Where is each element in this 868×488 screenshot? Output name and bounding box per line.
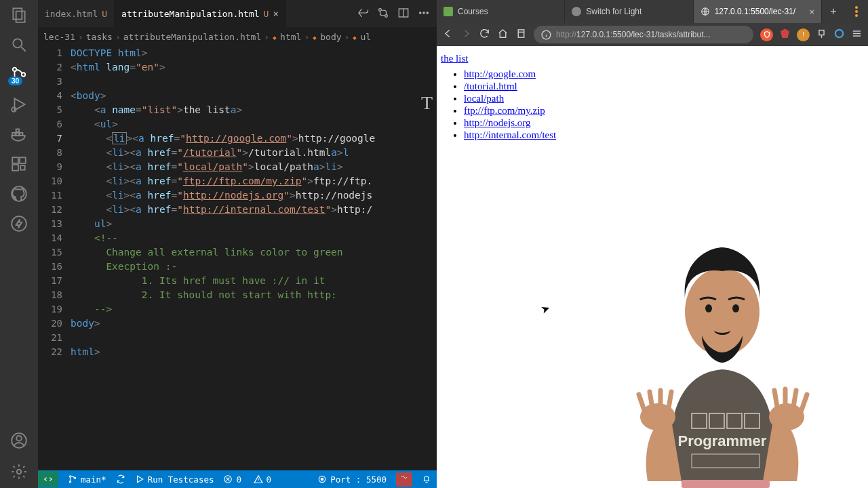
bookmark-icon[interactable] bbox=[515, 28, 527, 42]
extensions-icon[interactable] bbox=[9, 155, 28, 174]
page-link[interactable]: http://google.com bbox=[464, 68, 536, 79]
shield-icon[interactable] bbox=[760, 28, 773, 41]
breadcrumb-item[interactable]: ul bbox=[360, 32, 371, 42]
svg-point-2 bbox=[13, 39, 22, 47]
tab-attribute-manipulation[interactable]: attributeManipulation.html U × bbox=[115, 0, 286, 27]
svg-point-18 bbox=[12, 216, 26, 231]
svg-point-21 bbox=[17, 470, 22, 474]
svg-line-57 bbox=[793, 390, 796, 407]
close-icon[interactable]: × bbox=[273, 8, 278, 19]
search-icon[interactable] bbox=[9, 35, 28, 54]
breadcrumb-item[interactable]: tasks bbox=[86, 32, 113, 42]
svg-point-30 bbox=[69, 481, 71, 483]
source-control-icon[interactable]: 30 bbox=[9, 65, 28, 84]
code-content[interactable]: DOCTYPE html><html lang="en"><body> <a n… bbox=[71, 46, 437, 470]
page-title-link[interactable]: the list bbox=[441, 53, 468, 64]
list-item: /tutorial.html bbox=[464, 81, 864, 92]
svg-point-60 bbox=[705, 304, 712, 312]
page-content: the list http://google.com/tutorial.html… bbox=[437, 46, 868, 488]
page-link[interactable]: ftp://ftp.com/my.zip bbox=[464, 105, 545, 116]
thunder-icon[interactable] bbox=[9, 214, 28, 233]
svg-point-20 bbox=[16, 436, 22, 441]
link-list: http://google.com/tutorial.htmllocal/pat… bbox=[441, 68, 864, 141]
presenter-overlay: Programmer bbox=[576, 210, 868, 488]
svg-rect-15 bbox=[12, 165, 18, 171]
page-link[interactable]: http://nodejs.org bbox=[464, 117, 530, 128]
browser-tab-courses[interactable]: Courses bbox=[437, 0, 565, 23]
bell-icon[interactable] bbox=[422, 474, 431, 485]
menu-icon[interactable] bbox=[851, 28, 863, 42]
tab-dirty-marker: U bbox=[264, 9, 269, 19]
new-tab-button[interactable]: + bbox=[822, 0, 845, 23]
mouse-cursor-icon: ➤ bbox=[539, 301, 552, 316]
port-indicator[interactable]: Port : 5500 bbox=[317, 474, 387, 485]
url-scheme: http:// bbox=[556, 30, 576, 39]
diff-icon[interactable] bbox=[377, 7, 389, 21]
browser-tab-label: Courses bbox=[458, 7, 488, 16]
svg-line-58 bbox=[802, 394, 807, 410]
browser-tab-localhost[interactable]: 127.0.0.1:5500/lec-31/ × bbox=[694, 0, 822, 23]
code-area[interactable]: 12345678910111213141516171819202122 DOCT… bbox=[38, 46, 437, 470]
run-debug-icon[interactable] bbox=[9, 95, 28, 114]
tab-index-html[interactable]: index.html U bbox=[38, 0, 115, 27]
svg-rect-16 bbox=[20, 165, 24, 170]
go-back-icon[interactable] bbox=[357, 7, 369, 21]
remote-indicator[interactable] bbox=[38, 471, 58, 487]
github-icon[interactable] bbox=[9, 184, 28, 203]
breadcrumb-item[interactable]: lec-31 bbox=[43, 32, 75, 42]
back-button[interactable] bbox=[442, 28, 454, 42]
browser-tab-switch[interactable]: Switch for Light bbox=[565, 0, 693, 23]
breadcrumb-item[interactable]: attributeManipulation.html bbox=[123, 32, 262, 42]
line-gutter: 12345678910111213141516171819202122 bbox=[38, 46, 71, 470]
list-item: http://internal.com/test bbox=[464, 129, 864, 141]
problems-indicator[interactable]: 0 0 bbox=[223, 474, 271, 485]
url-bar[interactable]: http://127.0.0.1:5500/lec-31/tasks/attri… bbox=[534, 26, 753, 43]
live-server-button[interactable] bbox=[396, 472, 412, 487]
run-testcases-button[interactable]: Run Testcases bbox=[135, 474, 214, 485]
browser-tabs: Courses Switch for Light 127.0.0.1:5500/… bbox=[437, 0, 868, 23]
breadcrumb[interactable]: lec-31› tasks› attributeManipulation.htm… bbox=[38, 27, 437, 46]
list-item: http://google.com bbox=[464, 68, 864, 80]
brave-icon[interactable] bbox=[779, 28, 791, 42]
svg-point-59 bbox=[685, 268, 760, 356]
reload-button[interactable] bbox=[479, 28, 490, 42]
svg-line-3 bbox=[21, 47, 26, 52]
extension-ring-icon[interactable] bbox=[833, 28, 845, 42]
svg-line-52 bbox=[650, 392, 652, 408]
list-item: http://nodejs.org bbox=[464, 117, 864, 129]
split-editor-icon[interactable] bbox=[397, 7, 410, 21]
breadcrumb-item[interactable]: html bbox=[280, 32, 301, 42]
svg-point-35 bbox=[321, 478, 323, 481]
svg-point-27 bbox=[423, 12, 425, 13]
browser-tab-label: Switch for Light bbox=[586, 7, 642, 16]
more-icon[interactable] bbox=[418, 7, 430, 21]
sync-icon[interactable] bbox=[116, 474, 125, 484]
svg-rect-13 bbox=[12, 157, 18, 163]
page-link[interactable]: http://internal.com/test bbox=[464, 129, 556, 140]
docker-icon[interactable] bbox=[9, 125, 28, 144]
svg-point-50 bbox=[769, 403, 804, 430]
svg-point-23 bbox=[385, 14, 388, 17]
page-link[interactable]: /tutorial.html bbox=[464, 81, 517, 92]
home-button[interactable] bbox=[497, 28, 509, 42]
close-icon[interactable]: × bbox=[809, 7, 814, 17]
explorer-icon[interactable] bbox=[9, 5, 28, 24]
branch-indicator[interactable]: main* bbox=[68, 474, 106, 485]
site-info-icon[interactable] bbox=[540, 29, 552, 41]
extension-pin-icon[interactable] bbox=[816, 28, 827, 42]
scm-badge: 30 bbox=[8, 77, 22, 85]
page-link[interactable]: local/path bbox=[464, 93, 504, 104]
settings-gear-icon[interactable] bbox=[9, 462, 28, 481]
svg-point-61 bbox=[732, 304, 739, 312]
svg-point-4 bbox=[13, 68, 16, 71]
tab-label: attributeManipulation.html bbox=[121, 9, 260, 19]
tab-favicon bbox=[572, 7, 581, 16]
svg-point-29 bbox=[69, 476, 71, 477]
tab-menu-button[interactable] bbox=[845, 0, 868, 23]
account-icon[interactable] bbox=[9, 431, 28, 450]
editor-tabs: index.html U attributeManipulation.html … bbox=[38, 0, 437, 27]
warning-badge-icon[interactable]: ! bbox=[797, 28, 810, 41]
breadcrumb-item[interactable]: body bbox=[320, 32, 341, 42]
forward-button[interactable] bbox=[460, 28, 472, 42]
svg-point-28 bbox=[427, 12, 428, 13]
